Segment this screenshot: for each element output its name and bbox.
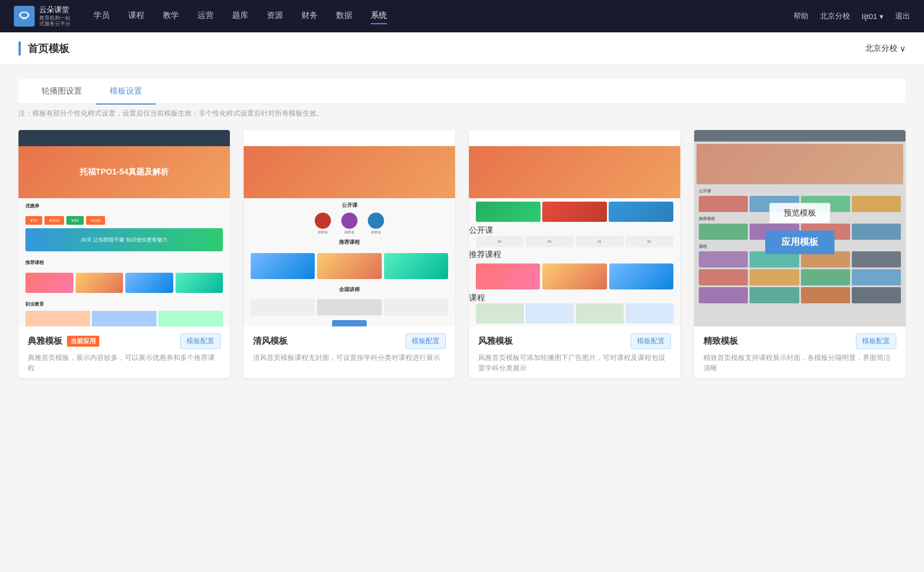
template-desc-4: 精致首页模板支持课程展示封面，各模板分隔明显，界面简洁清晰 — [703, 352, 896, 373]
top-nav: 云朵课堂 教育机构一站 式服务云平台 学员 课程 教学 运营 题库 资源 财务 … — [0, 0, 924, 32]
tabs-wrapper: 轮播图设置 模板设置 — [18, 79, 906, 104]
template-card-1: 托福TPO1-54真题及解析 优惠券 ¥30 ¥200 ¥30 ¥200 30天… — [18, 130, 230, 378]
template-overlay-4: 预览模板 应用模板 — [694, 130, 906, 326]
template-name-2: 清风模板 — [253, 336, 288, 347]
school-selector[interactable]: 北京分校 ∨ — [865, 43, 906, 54]
template-footer-2: 清风模板 模板配置 清风首页模板课程无封面，可设置按学科分类对课程进行展示 — [244, 326, 455, 367]
template-name-4: 精致模板 — [703, 336, 738, 347]
config-button-2[interactable]: 模板配置 — [405, 333, 446, 349]
tab-carousel[interactable]: 轮播图设置 — [28, 79, 96, 105]
nav-item-students[interactable]: 学员 — [94, 8, 110, 24]
current-tag-1: 当前应用 — [67, 336, 99, 347]
template-footer-1: 典雅模板 当前应用 模板配置 典雅首页模板，展示内容较多，可以展示优惠券和多个推… — [18, 326, 230, 378]
nav-help[interactable]: 帮助 — [793, 11, 808, 21]
template-preview-1[interactable]: 托福TPO1-54真题及解析 优惠券 ¥30 ¥200 ¥30 ¥200 30天… — [18, 130, 230, 326]
template-footer-4: 精致模板 模板配置 精致首页模板支持课程展示封面，各模板分隔明显，界面简洁清晰 — [694, 326, 906, 378]
template-grid: 托福TPO1-54真题及解析 优惠券 ¥30 ¥200 ¥30 ¥200 30天… — [18, 130, 906, 378]
template-card-4: 公开课 推荐课程 — [694, 130, 906, 378]
logo-icon — [14, 6, 35, 27]
content: 轮播图设置 模板设置 注：模板有部分个性化样式设置，设置后仅当前模板生效；非个性… — [0, 65, 924, 572]
logo-text: 云朵课堂 教育机构一站 式服务云平台 — [39, 5, 70, 27]
logo[interactable]: 云朵课堂 教育机构一站 式服务云平台 — [14, 5, 70, 27]
template-footer-3: 风雅模板 模板配置 风雅首页模板可添加轮播图下广告图片，可对课程及课程包设置学科… — [469, 326, 680, 378]
template-card-2: 公开课 讲师名 讲师名 讲师名 — [244, 130, 455, 378]
svg-point-1 — [21, 13, 28, 17]
tab-template[interactable]: 模板设置 — [96, 79, 156, 105]
template-desc-2: 清风首页模板课程无封面，可设置按学科分类对课程进行展示 — [253, 352, 446, 363]
template-preview-2[interactable]: 公开课 讲师名 讲师名 讲师名 — [244, 130, 455, 326]
page-title: 首页模板 — [18, 42, 69, 55]
nav-item-courses[interactable]: 课程 — [128, 8, 144, 24]
nav-user[interactable]: lijt01 ▾ — [862, 12, 884, 21]
nav-right: 帮助 北京分校 lijt01 ▾ 退出 — [793, 11, 910, 21]
svg-rect-2 — [22, 17, 27, 19]
template-preview-4[interactable]: 公开课 推荐课程 — [694, 130, 906, 326]
template-desc-3: 风雅首页模板可添加轮播图下广告图片，可对课程及课程包设置学科分类展示 — [478, 352, 671, 373]
nav-item-operations[interactable]: 运营 — [198, 8, 214, 24]
template-card-3: 公开课 ¥1 ¥1 ¥1 ¥1 推荐课程 课程 — [469, 130, 680, 378]
template-desc-1: 典雅首页模板，展示内容较多，可以展示优惠券和多个推荐课程 — [28, 352, 221, 373]
nav-item-system[interactable]: 系统 — [371, 8, 387, 24]
nav-item-finance[interactable]: 财务 — [301, 8, 318, 24]
note: 注：模板有部分个性化样式设置，设置后仅当前模板生效；非个性化样式设置后针对所有模… — [18, 104, 906, 130]
nav-logout[interactable]: 退出 — [895, 11, 910, 21]
nav-item-questions[interactable]: 题库 — [232, 8, 248, 24]
template-preview-3[interactable]: 公开课 ¥1 ¥1 ¥1 ¥1 推荐课程 课程 — [469, 130, 680, 326]
nav-item-resources[interactable]: 资源 — [267, 8, 283, 24]
nav-item-data[interactable]: 数据 — [336, 8, 352, 24]
nav-item-teaching[interactable]: 教学 — [163, 8, 179, 24]
apply-button-4[interactable]: 应用模板 — [765, 231, 834, 254]
nav-items: 学员 课程 教学 运营 题库 资源 财务 数据 系统 — [94, 8, 793, 24]
template-name-3: 风雅模板 — [478, 336, 513, 347]
config-button-1[interactable]: 模板配置 — [180, 333, 221, 349]
nav-school[interactable]: 北京分校 — [820, 11, 850, 21]
preview-button-4[interactable]: 预览模板 — [769, 203, 830, 224]
config-button-3[interactable]: 模板配置 — [631, 333, 671, 349]
config-button-4[interactable]: 模板配置 — [856, 333, 896, 349]
template-name-1: 典雅模板 当前应用 — [28, 336, 99, 347]
page-header: 首页模板 北京分校 ∨ — [0, 32, 924, 65]
